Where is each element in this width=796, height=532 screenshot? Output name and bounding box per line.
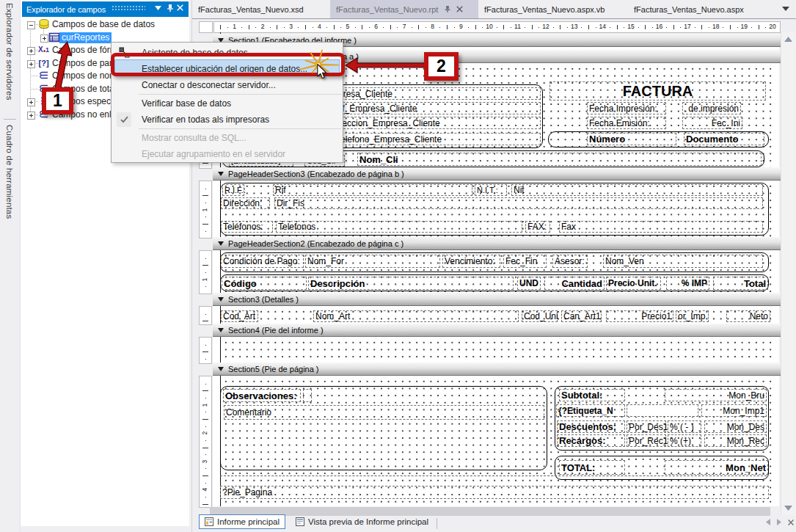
- numero-label[interactable]: Número: [587, 133, 676, 145]
- section-bar-title: Section3 (Detalles ): [228, 295, 299, 304]
- direccion-empresa-field[interactable]: Direccion_Empresa_Cliente: [329, 117, 541, 129]
- ruler-dot: [397, 27, 398, 28]
- menu-item-conectar-o-desconectar-servidor[interactable]: Conectar o desconectar servidor...: [112, 77, 342, 93]
- telefono-empresa-field[interactable]: Telefono_Empresa_Cliente: [334, 133, 541, 145]
- section-bar-section5[interactable]: Section5 (Pie de página ): [213, 362, 781, 376]
- descuentos-label[interactable]: Descuentos:: [557, 420, 625, 433]
- rif-empresa-field[interactable]: Rif_Empresa_Cliente: [332, 102, 541, 114]
- nom-cli-field[interactable]: Nom_Cli: [357, 153, 762, 166]
- pct-mas-field[interactable]: % (+): [668, 434, 701, 447]
- asesor-label[interactable]: Asesor:: [552, 255, 588, 268]
- fecha-impresion-label[interactable]: Fecha Impresión:: [587, 102, 666, 114]
- section-bar-section3[interactable]: Section3 (Detalles ): [213, 293, 781, 306]
- scroll-right-icon[interactable]: [777, 519, 781, 525]
- documento-label[interactable]: Documento: [684, 133, 764, 145]
- total-header[interactable]: Total: [713, 277, 768, 290]
- ruler-dot: [205, 314, 206, 315]
- fecha-emision-field[interactable]: Fec_Ini: [682, 117, 742, 129]
- recargos-label[interactable]: Recargos:: [557, 434, 625, 447]
- fecha-emision-label[interactable]: Fecha Emisión:: [587, 117, 666, 129]
- ruler-number: 11: [514, 23, 522, 30]
- precio1-field[interactable]: Precio1: [606, 310, 673, 322]
- ruler-number: 6: [372, 23, 381, 30]
- cod-uni-field[interactable]: Cod_Uni: [522, 310, 558, 322]
- bottom-tab-vista-previa-de-informe-principal[interactable]: Vista previa de Informe principal: [291, 514, 434, 529]
- ruler-dot: [326, 27, 327, 28]
- dir-fis-field[interactable]: Dir_Fis: [274, 197, 763, 209]
- rif-label[interactable]: R.I.F.:: [222, 184, 244, 196]
- fax-field[interactable]: Fax: [559, 221, 763, 233]
- section-bar-section4[interactable]: Section4 (Pie del informe ): [213, 324, 781, 337]
- total-label[interactable]: TOTAL:: [559, 460, 625, 475]
- scroll-up-icon[interactable]: [784, 37, 792, 42]
- menu-item-verificar-en-todas-als-impresoras[interactable]: Verificar en todas als impresoras: [112, 112, 342, 128]
- close-icon[interactable]: [788, 520, 794, 525]
- codigo-header[interactable]: Código: [222, 277, 307, 290]
- ruler-tick: [447, 25, 448, 29]
- can-art1-field[interactable]: Can_Art1: [561, 310, 602, 322]
- ruler-tick: [701, 25, 702, 29]
- telefonos-label[interactable]: Teléfonos:: [221, 221, 273, 233]
- menu-separator: [139, 94, 341, 95]
- ruler-dot: [652, 27, 653, 28]
- observaciones-label[interactable]: Observaciones:: [223, 389, 301, 402]
- fec-fin-field[interactable]: Fec_Fin: [503, 255, 547, 268]
- scroll-left-icon[interactable]: [766, 519, 770, 525]
- ruler-dot: [553, 27, 554, 28]
- und-header[interactable]: UND: [517, 277, 541, 290]
- rif-field[interactable]: Rif: [273, 184, 472, 196]
- por-rec1-field[interactable]: Por_Rec1: [627, 434, 666, 447]
- checkmark-icon: [117, 112, 131, 127]
- mon-bru-field[interactable]: Mon_Bru: [665, 389, 767, 401]
- fecha-impresion-field[interactable]: . de impresión: [682, 102, 741, 114]
- ruler-dot: [298, 27, 299, 28]
- scroll-down-icon[interactable]: [784, 506, 792, 511]
- mon-net-field[interactable]: Mon_Net: [665, 460, 768, 475]
- mon-rec-field[interactable]: Mon_Rec: [704, 434, 767, 447]
- section-bar-pageheadersection3[interactable]: PageHeaderSection3 (Encabezado de página…: [213, 167, 781, 181]
- collapse-triangle-icon: [218, 297, 224, 302]
- ruler-number: 3: [201, 457, 210, 466]
- or-imp-field[interactable]: or_Imp: [676, 310, 709, 322]
- nom-ven-field[interactable]: Nom_Ven: [603, 255, 763, 268]
- ruler-number: 2: [201, 429, 210, 437]
- pct-menos-field[interactable]: % ( - ): [668, 420, 701, 433]
- direccion-label[interactable]: Dirección:: [221, 197, 270, 209]
- factura-title[interactable]: FACTURA: [549, 81, 766, 101]
- descripcion-header[interactable]: Descripción: [308, 277, 514, 290]
- precio-unit-header[interactable]: Precio Unit.: [606, 277, 661, 290]
- fax-label[interactable]: FAX:: [525, 221, 550, 233]
- etiqueta-n-label[interactable]: {?Etiqueta_N: [556, 404, 625, 417]
- menu-item-verificar-base-de-datos[interactable]: Verificar base de datos: [112, 95, 342, 112]
- imp-header[interactable]: % IMP: [666, 277, 709, 290]
- nit-label[interactable]: N.I.T.:: [475, 184, 507, 196]
- por-des1-field[interactable]: Por_Des1: [627, 420, 666, 433]
- ruler-dot: [695, 27, 695, 28]
- nom-for-field[interactable]: Nom_For: [305, 255, 440, 268]
- mon-imp1-field[interactable]: Mon_Imp1: [701, 404, 767, 417]
- ruler-number: 1: [201, 275, 210, 284]
- comentario-field[interactable]: Comentario: [224, 405, 544, 420]
- pie-pagina-field[interactable]: ?Pie_Pagina: [220, 486, 769, 499]
- ruler-dot: [340, 27, 341, 28]
- ruler-dot: [205, 426, 206, 427]
- ruler-tick: [475, 25, 476, 29]
- neto-field[interactable]: Neto: [726, 310, 770, 322]
- cod-art-field[interactable]: Cod_Art: [221, 310, 258, 322]
- vencimiento-label[interactable]: Vencimiento:: [442, 255, 500, 268]
- bottom-tab-informe-principal[interactable]: Informe principal: [199, 514, 285, 529]
- mon-des-field[interactable]: Mon_Des: [704, 420, 767, 433]
- condicion-pago-label[interactable]: Condición de Pago:: [221, 255, 304, 268]
- nom-art-field[interactable]: Nom_Art: [313, 310, 519, 322]
- vertical-scrollbar[interactable]: [781, 32, 795, 515]
- section-bar-pageheadersection2[interactable]: PageHeaderSection2 (Encabezado de página…: [213, 237, 781, 250]
- empresa-cliente-field[interactable]: Empresa_Cliente: [323, 87, 541, 100]
- observaciones-mark[interactable]: [303, 389, 312, 402]
- menu-item-mostrar-consulta-de-sql[interactable]: Mostrar consulta de SQL...: [112, 130, 342, 146]
- telefonos-field[interactable]: Telefonos: [276, 221, 522, 233]
- menu-item-ejecutar-agrupamiento-en-el-servidor[interactable]: Ejecutar agrupamiento en el servidor: [112, 146, 342, 162]
- nit-field[interactable]: Nit: [511, 184, 763, 196]
- subtotal-label[interactable]: Subtotal:: [559, 389, 625, 401]
- etiqueta-param-field[interactable]: [627, 404, 698, 417]
- cantidad-header[interactable]: Cantidad: [544, 277, 605, 290]
